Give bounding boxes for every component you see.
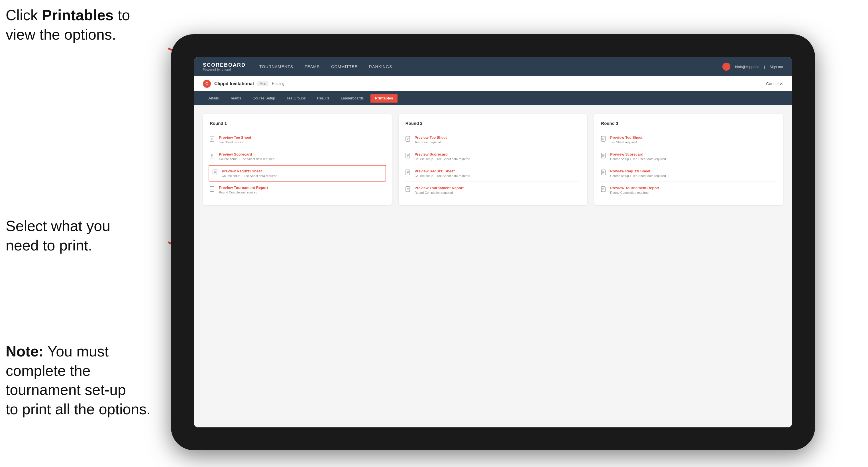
round2-tournament-report[interactable]: Preview Tournament Report Round Completi… — [405, 182, 581, 198]
round2-scorecard[interactable]: Preview Scorecard Course setup + Tee She… — [405, 148, 581, 165]
tab-details[interactable]: Details — [203, 94, 223, 102]
nav-item-committee[interactable]: COMMITTEE — [331, 63, 358, 70]
round1-raguzzi-text: Preview Raguzzi Sheet Course setup + Tee… — [222, 169, 382, 178]
round3-tee-sheet-subtitle: Tee Sheet required — [610, 141, 776, 144]
round1-scorecard-title: Preview Scorecard — [219, 152, 385, 156]
round-1-title: Round 1 — [210, 121, 385, 126]
doc-icon — [210, 186, 215, 193]
round2-scorecard-subtitle: Course setup + Tee Sheet data required — [414, 157, 581, 161]
nav-items: TOURNAMENTS TEAMS COMMITTEE RANKINGS — [259, 63, 722, 70]
doc-icon — [405, 186, 411, 193]
main-content: Round 1 Preview Tee Sheet Tee Sheet requ… — [194, 105, 792, 427]
round2-tournament-report-title: Preview Tournament Report — [414, 186, 581, 190]
round3-scorecard-text: Preview Scorecard Course setup + Tee She… — [610, 152, 776, 161]
brand-subtitle: Powered by clippd — [203, 68, 246, 71]
round3-tee-sheet[interactable]: Preview Tee Sheet Tee Sheet required — [601, 131, 776, 148]
tab-results[interactable]: Results — [313, 94, 334, 102]
round-2-column: Round 2 Preview Tee Sheet Tee Sheet requ… — [399, 114, 588, 205]
brand-title: SCOREBOARD — [203, 62, 246, 68]
tournament-title: Clippd Invitational — [214, 81, 254, 86]
doc-icon — [601, 169, 607, 176]
round1-tee-sheet-subtitle: Tee Sheet required — [219, 141, 385, 144]
user-email: blair@clippd.io — [735, 65, 759, 69]
round3-tournament-report-title: Preview Tournament Report — [610, 186, 776, 190]
round1-scorecard[interactable]: Preview Scorecard Course setup + Tee She… — [210, 148, 385, 165]
note-label: Note: — [6, 343, 43, 360]
sub-header: C Clippd Invitational Men Hosting Cancel… — [194, 76, 792, 91]
tab-leaderboards[interactable]: Leaderboards — [336, 94, 368, 102]
instruction-bottom: Note: You mustcomplete thetournament set… — [6, 342, 151, 419]
round2-raguzzi-subtitle: Course setup + Tee Sheet data required — [414, 174, 581, 178]
round2-scorecard-text: Preview Scorecard Course setup + Tee She… — [414, 152, 581, 161]
cancel-button[interactable]: Cancel ✕ — [766, 82, 783, 86]
tab-teams[interactable]: Teams — [226, 94, 246, 102]
doc-icon — [601, 153, 607, 160]
round1-raguzzi-title: Preview Raguzzi Sheet — [222, 169, 382, 173]
round1-tee-sheet-title: Preview Tee Sheet — [219, 135, 385, 139]
doc-icon — [601, 136, 607, 143]
nav-right: blair@clippd.io | Sign out — [722, 63, 783, 71]
round3-tournament-report[interactable]: Preview Tournament Report Round Completi… — [601, 182, 776, 198]
doc-icon — [210, 153, 215, 160]
round1-raguzzi[interactable]: Preview Raguzzi Sheet Course setup + Tee… — [209, 165, 386, 182]
round3-raguzzi[interactable]: Preview Raguzzi Sheet Course setup + Tee… — [601, 165, 776, 182]
doc-icon — [601, 186, 607, 193]
sub-header-logo: C — [203, 80, 211, 88]
tablet-device: SCOREBOARD Powered by clippd TOURNAMENTS… — [171, 34, 815, 450]
round1-tee-sheet-text: Preview Tee Sheet Tee Sheet required — [219, 135, 385, 144]
round3-raguzzi-subtitle: Course setup + Tee Sheet data required — [610, 174, 776, 178]
round3-tee-sheet-text: Preview Tee Sheet Tee Sheet required — [610, 135, 776, 144]
brand: SCOREBOARD Powered by clippd — [203, 62, 246, 71]
tablet-screen: SCOREBOARD Powered by clippd TOURNAMENTS… — [194, 57, 792, 427]
round-2-title: Round 2 — [405, 121, 581, 126]
doc-icon — [213, 169, 218, 176]
round3-scorecard[interactable]: Preview Scorecard Course setup + Tee She… — [601, 148, 776, 165]
round1-tournament-report[interactable]: Preview Tournament Report Round Completi… — [210, 182, 385, 198]
instruction-middle: Select what youneed to print. — [6, 217, 110, 255]
round1-raguzzi-subtitle: Course setup + Tee Sheet data required — [222, 174, 382, 178]
tab-bar: Details Teams Course Setup Tee Groups Re… — [194, 91, 792, 105]
round3-tee-sheet-title: Preview Tee Sheet — [610, 135, 776, 139]
round1-tournament-report-subtitle: Round Completion required — [219, 191, 385, 194]
round2-raguzzi[interactable]: Preview Raguzzi Sheet Course setup + Tee… — [405, 165, 581, 182]
round2-raguzzi-title: Preview Raguzzi Sheet — [414, 169, 581, 173]
doc-icon — [405, 136, 411, 143]
round2-tee-sheet-title: Preview Tee Sheet — [414, 135, 581, 139]
round3-raguzzi-text: Preview Raguzzi Sheet Course setup + Tee… — [610, 169, 776, 178]
round2-tournament-report-text: Preview Tournament Report Round Completi… — [414, 186, 581, 194]
hosting-status: Hosting — [272, 82, 284, 86]
doc-icon — [210, 136, 215, 143]
tab-tee-groups[interactable]: Tee Groups — [282, 94, 310, 102]
top-nav: SCOREBOARD Powered by clippd TOURNAMENTS… — [194, 57, 792, 76]
round2-tee-sheet[interactable]: Preview Tee Sheet Tee Sheet required — [405, 131, 581, 148]
round2-raguzzi-text: Preview Raguzzi Sheet Course setup + Tee… — [414, 169, 581, 178]
round-3-title: Round 3 — [601, 121, 776, 126]
avatar — [722, 63, 731, 71]
nav-item-teams[interactable]: TEAMS — [305, 63, 320, 70]
nav-item-rankings[interactable]: RANKINGS — [369, 63, 392, 70]
round3-tournament-report-text: Preview Tournament Report Round Completi… — [610, 186, 776, 194]
round1-tournament-report-text: Preview Tournament Report Round Completi… — [219, 186, 385, 194]
tab-printables[interactable]: Printables — [370, 94, 398, 102]
round2-tee-sheet-subtitle: Tee Sheet required — [414, 141, 581, 144]
round-1-column: Round 1 Preview Tee Sheet Tee Sheet requ… — [203, 114, 392, 205]
rounds-container: Round 1 Preview Tee Sheet Tee Sheet requ… — [203, 114, 783, 205]
round1-tournament-report-title: Preview Tournament Report — [219, 186, 385, 190]
tab-course-setup[interactable]: Course Setup — [248, 94, 280, 102]
round1-tee-sheet[interactable]: Preview Tee Sheet Tee Sheet required — [210, 131, 385, 148]
round1-scorecard-subtitle: Course setup + Tee Sheet data required — [219, 157, 385, 161]
round3-raguzzi-title: Preview Raguzzi Sheet — [610, 169, 776, 173]
instruction-top: Click Printables toview the options. — [6, 6, 130, 44]
round-3-column: Round 3 Preview Tee Sheet Tee Sheet requ… — [594, 114, 783, 205]
doc-icon — [405, 169, 411, 176]
instruction-bold: Printables — [42, 7, 114, 23]
round2-scorecard-title: Preview Scorecard — [414, 152, 581, 156]
round3-scorecard-subtitle: Course setup + Tee Sheet data required — [610, 157, 776, 161]
round3-scorecard-title: Preview Scorecard — [610, 152, 776, 156]
round1-scorecard-text: Preview Scorecard Course setup + Tee She… — [219, 152, 385, 161]
sign-out-link[interactable]: Sign out — [769, 65, 783, 69]
round2-tee-sheet-text: Preview Tee Sheet Tee Sheet required — [414, 135, 581, 144]
doc-icon — [405, 153, 411, 160]
round2-tournament-report-subtitle: Round Completion required — [414, 191, 581, 194]
nav-item-tournaments[interactable]: TOURNAMENTS — [259, 63, 293, 70]
